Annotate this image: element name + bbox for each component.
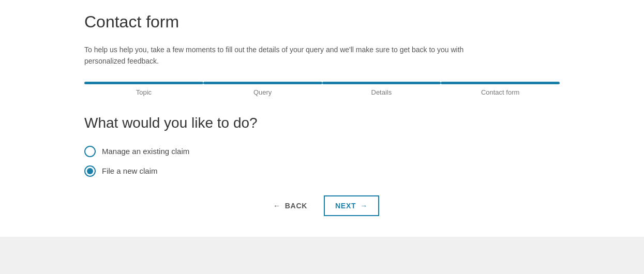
step-bar-topic: [84, 82, 203, 84]
step-bar-query: [203, 82, 322, 84]
back-button-label: BACK: [285, 202, 307, 210]
step-contact-form: Contact form: [441, 82, 560, 96]
radio-circle-manage[interactable]: [84, 146, 96, 157]
step-bar-contact-form: [441, 82, 560, 84]
radio-circle-file[interactable]: [84, 165, 96, 177]
footer-area: [0, 237, 644, 274]
back-arrow-icon: ←: [273, 202, 281, 210]
option-manage[interactable]: Manage an existing claim: [84, 146, 560, 157]
option-file-label: File a new claim: [102, 166, 158, 175]
description-text: To help us help you, take a few moments …: [84, 44, 498, 67]
step-label-topic: Topic: [136, 88, 152, 96]
nav-buttons: ← BACK NEXT →: [84, 195, 560, 216]
step-bar-details: [322, 82, 441, 84]
step-label-details: Details: [371, 88, 392, 96]
step-topic: Topic: [84, 82, 203, 96]
step-label-contact-form: Contact form: [481, 88, 519, 96]
step-label-query: Query: [253, 88, 272, 96]
next-button[interactable]: NEXT →: [324, 195, 379, 216]
page-title: Contact form: [84, 12, 560, 32]
option-file[interactable]: File a new claim: [84, 165, 560, 177]
option-manage-label: Manage an existing claim: [102, 147, 189, 156]
step-details: Details: [322, 82, 441, 96]
back-button[interactable]: ← BACK: [265, 196, 316, 215]
stepper: Topic Query Details Contact form: [84, 82, 560, 96]
next-button-label: NEXT: [335, 202, 356, 210]
step-query: Query: [203, 82, 322, 96]
main-content: Contact form To help us help you, take a…: [0, 0, 644, 237]
question-title: What would you like to do?: [84, 115, 560, 131]
radio-group: Manage an existing claim File a new clai…: [84, 146, 560, 177]
next-arrow-icon: →: [360, 202, 368, 210]
